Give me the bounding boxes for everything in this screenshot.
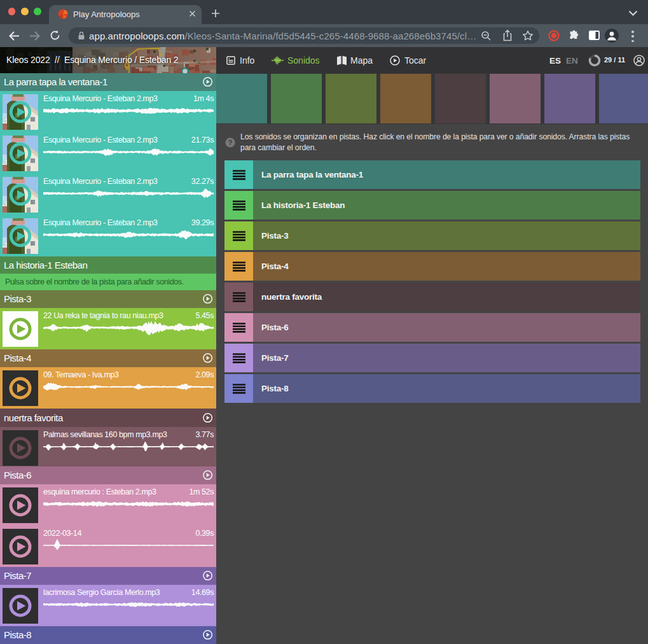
svg-text:?: ? <box>228 139 233 146</box>
